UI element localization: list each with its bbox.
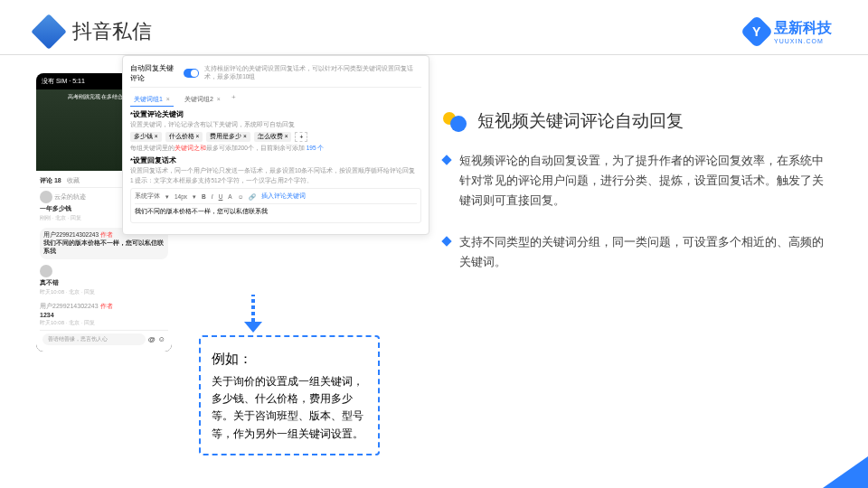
arrow-down-icon bbox=[244, 295, 262, 331]
add-tab-button[interactable]: + bbox=[231, 93, 236, 107]
color-icon[interactable]: A bbox=[228, 193, 231, 200]
keyword-section-label: *设置评论关键词 bbox=[130, 110, 421, 119]
at-icon[interactable]: @ bbox=[146, 335, 158, 343]
diamond-bullet-icon bbox=[441, 155, 451, 164]
corner-decoration bbox=[823, 456, 868, 488]
reply-section-label: *设置回复话术 bbox=[130, 156, 421, 165]
italic-icon[interactable]: I bbox=[212, 193, 213, 200]
emoji-icon[interactable]: ☺ bbox=[158, 335, 165, 343]
underline-icon[interactable]: U bbox=[219, 193, 223, 200]
bold-icon[interactable]: B bbox=[202, 193, 206, 200]
toggle-label: 自动回复关键评论 bbox=[130, 63, 178, 83]
bullet-text: 短视频评论的自动回复设置，为了提升作者的评论回复效率，在系统中针对常见的评论用户… bbox=[459, 151, 832, 211]
comments-tab[interactable]: 评论 18 bbox=[40, 176, 61, 185]
example-box: 例如： 关于询价的设置成一组关键词，多少钱、什么价格，费用多少等。关于咨询班型、… bbox=[199, 335, 380, 455]
diamond-bullet-icon bbox=[441, 237, 451, 247]
chat-bubble-icon bbox=[443, 112, 468, 130]
link-icon[interactable]: 🔗 bbox=[249, 193, 256, 201]
avatar bbox=[40, 191, 52, 203]
keyword-tab-2[interactable]: 关键词组2 × bbox=[181, 93, 224, 107]
keyword-tab-1[interactable]: 关键词组1 × bbox=[130, 93, 174, 107]
section-heading: 短视频关键词评论自动回复 bbox=[477, 109, 684, 133]
size-select[interactable]: 14px bbox=[175, 193, 187, 200]
toggle-description: 支持根据评论的关键词设置回复话术，可以针对不同类型关键词设置回复话术，最多添加1… bbox=[204, 65, 421, 81]
comment-input[interactable]: 善语结善缘，恶言伤人心 bbox=[42, 333, 146, 345]
keyword-tag[interactable]: 费用是多少 × bbox=[206, 132, 250, 142]
bullet-text: 支持不同类型的关键词分组，同一类问题，可设置多个相近的、高频的关键词。 bbox=[459, 232, 832, 272]
keyword-tag[interactable]: 什么价格 × bbox=[165, 132, 203, 142]
insert-keyword-button[interactable]: 插入评论关键词 bbox=[261, 192, 306, 201]
logo-badge-icon: Y bbox=[741, 15, 774, 49]
brand-logo: Y 昱新科技 YUUXIN.COM bbox=[745, 19, 832, 44]
emoji-icon[interactable]: ☺ bbox=[238, 193, 244, 200]
favorites-tab[interactable]: 收藏 bbox=[67, 176, 80, 185]
page-title: 抖音私信 bbox=[72, 18, 152, 45]
add-keyword-button[interactable]: + bbox=[295, 132, 307, 142]
cube-icon bbox=[31, 14, 67, 50]
keyword-tag[interactable]: 多少钱 × bbox=[130, 132, 162, 142]
keyword-tag[interactable]: 怎么收费 × bbox=[254, 132, 292, 142]
auto-reply-toggle[interactable] bbox=[184, 69, 199, 78]
header: 抖音私信 Y 昱新科技 YUUXIN.COM bbox=[0, 0, 868, 55]
settings-panel: 自动回复关键评论 支持根据评论的关键词设置回复话术，可以针对不同类型关键词设置回… bbox=[122, 55, 429, 235]
reply-editor[interactable]: 系统字体▾ 14px▾ B I U A ☺ 🔗 插入评论关键词 我们不同的版本价… bbox=[130, 188, 421, 223]
font-select[interactable]: 系统字体 bbox=[135, 192, 160, 201]
avatar bbox=[40, 265, 52, 277]
